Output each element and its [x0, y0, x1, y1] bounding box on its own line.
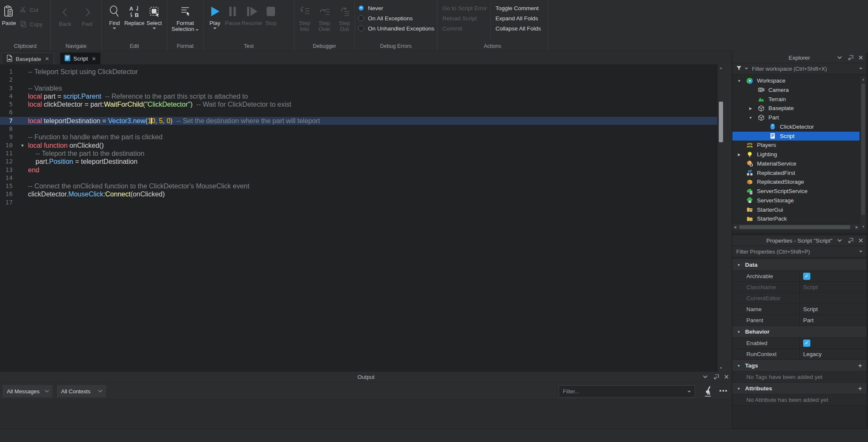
expanded-arrow-icon[interactable]: ▼ — [746, 113, 755, 122]
play-button[interactable]: Play — [206, 0, 224, 29]
scroll-left-icon[interactable]: ◀ — [734, 225, 736, 229]
property-section-tags[interactable]: ▼Tags+ — [732, 360, 866, 372]
explorer-item-starterpack[interactable]: StarterPack — [732, 214, 866, 224]
add-attributes-button[interactable]: + — [858, 385, 862, 392]
scrollbar-thumb[interactable] — [719, 102, 723, 142]
explorer-item-lighting[interactable]: ▶Lighting — [732, 150, 866, 159]
code-line-5[interactable]: 5local clickDetector = part:WaitForChild… — [0, 100, 724, 108]
collapse-panel-icon[interactable] — [837, 56, 842, 59]
close-panel-icon[interactable] — [859, 238, 863, 243]
code-area[interactable]: 1-- Teleport Script using ClickDetector2… — [0, 68, 724, 207]
explorer-item-camera[interactable]: Camera — [732, 86, 866, 95]
float-panel-icon[interactable] — [713, 374, 719, 379]
float-panel-icon[interactable] — [848, 55, 853, 60]
script-editor[interactable]: 1-- Teleport Script using ClickDetector2… — [0, 64, 724, 372]
tab-baseplate[interactable]: Baseplate ✕ — [2, 52, 54, 65]
resume-button[interactable]: Resume — [242, 0, 262, 29]
scrollbar-thumb[interactable] — [861, 84, 865, 215]
contexts-filter-dropdown[interactable]: All Contexts — [57, 385, 106, 398]
fold-collapse-icon[interactable]: ▼ — [19, 142, 26, 150]
clear-output-button[interactable] — [703, 386, 713, 398]
code-line-14[interactable]: 14 — [0, 174, 724, 182]
explorer-item-serverscriptservice[interactable]: ServerScriptService — [732, 187, 866, 196]
scroll-right-icon[interactable]: ▶ — [856, 225, 858, 229]
explorer-item-terrain[interactable]: Terrain — [732, 95, 866, 104]
collapse-panel-icon[interactable] — [837, 239, 842, 242]
copy-button[interactable]: Copy — [18, 19, 44, 30]
explorer-item-materialservice[interactable]: MaterialService — [732, 159, 866, 169]
close-tab-icon[interactable]: ✕ — [45, 56, 49, 62]
add-tags-button[interactable]: + — [858, 362, 862, 369]
code-line-8[interactable]: 8 — [0, 125, 724, 133]
code-line-10[interactable]: 10▼local function onClicked() — [0, 141, 724, 149]
step-into-button[interactable]: Step Into — [295, 0, 314, 32]
back-button[interactable]: Back — [56, 1, 74, 27]
code-line-3[interactable]: 3-- Variables — [0, 84, 724, 92]
pause-button[interactable]: Pause — [224, 0, 242, 29]
debug-errors-option-unhandled-exceptions[interactable]: On Unhandled Exceptions — [355, 23, 437, 33]
collapsed-arrow-icon[interactable]: ▶ — [746, 104, 755, 113]
find-dropdown-arrow[interactable] — [113, 28, 116, 29]
scroll-up-icon[interactable]: ▲ — [718, 66, 724, 70]
explorer-item-baseplate[interactable]: ▶Baseplate — [732, 104, 866, 113]
format-selection-button[interactable]: Format Selection — [168, 0, 202, 32]
explorer-item-replicatedfirst[interactable]: ReplicatedFirst — [732, 169, 866, 178]
find-button[interactable]: Find — [106, 0, 123, 29]
code-line-7[interactable]: 7local teleportDestination = Vector3.new… — [0, 117, 724, 125]
explorer-vertical-scrollbar[interactable]: ▲ ▼ — [860, 76, 866, 230]
select-dropdown-arrow[interactable] — [153, 28, 156, 29]
explorer-item-workspace[interactable]: ▼Workspace — [732, 76, 866, 86]
explorer-item-serverstorage[interactable]: ServerStorage — [732, 196, 866, 205]
close-panel-icon[interactable] — [859, 55, 863, 60]
collapsed-arrow-icon[interactable]: ▶ — [735, 150, 743, 159]
step-out-button[interactable]: Step Out — [335, 0, 354, 32]
float-panel-icon[interactable] — [848, 238, 853, 243]
scroll-down-icon[interactable]: ▼ — [860, 225, 867, 229]
property-section-behavior[interactable]: ▼Behavior — [732, 326, 866, 338]
expanded-arrow-icon[interactable]: ▼ — [735, 76, 743, 86]
select-button[interactable]: Select — [145, 0, 163, 29]
property-value[interactable]: Legacy — [803, 351, 822, 357]
close-tab-icon[interactable]: ✕ — [92, 56, 96, 62]
explorer-item-script[interactable]: Script — [732, 132, 866, 141]
scroll-up-icon[interactable]: ▲ — [860, 77, 867, 81]
code-line-4[interactable]: 4local part = script.Parent -- Reference… — [0, 92, 724, 100]
explorer-item-players[interactable]: Players — [732, 141, 866, 150]
commit-button[interactable]: Commit — [442, 23, 490, 33]
scroll-down-icon[interactable]: ▼ — [718, 366, 724, 370]
explorer-horizontal-scrollbar[interactable]: ◀ ▶ — [732, 224, 860, 230]
close-panel-icon[interactable] — [724, 375, 729, 379]
toggle-comment-button[interactable]: Toggle Comment — [495, 3, 541, 13]
code-line-1[interactable]: 1-- Teleport Script using ClickDetector — [0, 68, 724, 76]
explorer-item-part[interactable]: ▼Part — [732, 113, 866, 122]
stop-button[interactable]: Stop — [262, 0, 280, 29]
play-dropdown-arrow[interactable] — [213, 28, 217, 29]
replace-button[interactable]: AB Replace — [124, 0, 145, 29]
collapse-all-folds-button[interactable]: Collapse All Folds — [495, 23, 541, 33]
code-line-12[interactable]: 12 part.Position = teleportDestination — [0, 157, 724, 166]
messages-filter-dropdown[interactable]: All Messages — [3, 385, 53, 398]
code-line-6[interactable]: 6 — [0, 108, 724, 116]
property-value[interactable]: Part — [803, 317, 814, 323]
code-line-13[interactable]: 13end — [0, 166, 724, 174]
tab-script[interactable]: Script ✕ — [60, 52, 100, 65]
output-filter-input[interactable]: Filter... — [559, 385, 695, 398]
more-options-button[interactable]: ••• — [719, 387, 728, 394]
code-line-17[interactable]: 17 — [0, 199, 724, 207]
explorer-filter-input[interactable]: Filter workspace (Ctrl+Shift+X) — [732, 63, 866, 75]
code-line-15[interactable]: 15-- Connect the onClicked function to t… — [0, 182, 724, 190]
code-line-16[interactable]: 16clickDetector.MouseClick:Connect(onCli… — [0, 190, 724, 198]
step-over-button[interactable]: Step Over — [315, 0, 334, 32]
collapse-panel-icon[interactable] — [703, 375, 708, 378]
code-line-11[interactable]: 11 -- Teleport the part to the destinati… — [0, 149, 724, 157]
expand-all-folds-button[interactable]: Expand All Folds — [495, 13, 541, 23]
property-section-attributes[interactable]: ▼Attributes+ — [732, 383, 866, 395]
property-section-data[interactable]: ▼Data — [732, 259, 866, 271]
scrollbar-thumb[interactable] — [739, 225, 850, 229]
code-line-2[interactable]: 2 — [0, 76, 724, 84]
checkbox-checked-icon[interactable]: ✓ — [803, 340, 810, 347]
explorer-item-replicatedstorage[interactable]: ReplicatedStorage — [732, 177, 866, 187]
debug-errors-option-all-exceptions[interactable]: On All Exceptions — [355, 13, 437, 23]
goto-script-error-button[interactable]: Go to Script Error — [442, 3, 490, 13]
editor-vertical-scrollbar[interactable]: ▲ ▼ — [717, 64, 724, 372]
